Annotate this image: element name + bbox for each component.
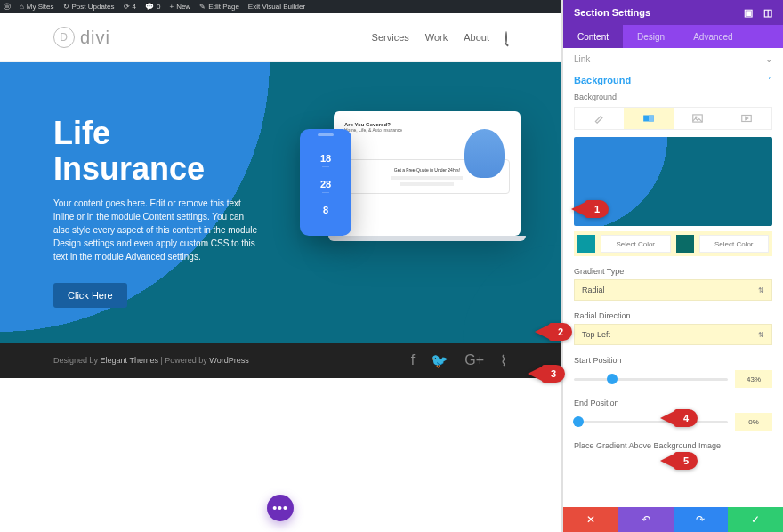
sync-icon: ⟳: [124, 3, 130, 11]
background-type-tabs: [574, 107, 772, 130]
site-logo[interactable]: D divi: [53, 27, 110, 48]
logo-text: divi: [80, 28, 110, 48]
wp-link[interactable]: WordPress: [209, 356, 248, 365]
background-label: Background: [574, 93, 772, 101]
refresh-icon: ↻: [63, 3, 69, 11]
place-above-label: Place Gradient Above Background Image: [574, 441, 772, 450]
phone-mockup: 18—— 28—— 8: [300, 129, 351, 236]
panel-header: Section Settings ▣ ◫: [563, 0, 783, 25]
comments-count[interactable]: 💬0: [145, 3, 160, 11]
svg-rect-1: [649, 116, 654, 122]
check-icon: ✓: [751, 513, 760, 526]
rss-icon[interactable]: ⌇: [500, 352, 507, 369]
bg-type-video[interactable]: [722, 108, 771, 129]
hero-image: 18—— 28—— 8 Are You Covered? Home, Life,…: [300, 111, 521, 236]
new-menu[interactable]: +New: [169, 3, 190, 11]
slider-thumb[interactable]: [573, 416, 584, 427]
select-arrows-icon: ⇅: [758, 331, 764, 339]
et-link[interactable]: Elegant Themes: [101, 356, 158, 365]
end-position-value[interactable]: 0%: [735, 413, 772, 431]
end-position-slider[interactable]: [574, 421, 728, 423]
exit-visual-builder[interactable]: Exit Visual Builder: [248, 3, 305, 11]
paint-icon: [593, 112, 606, 125]
expand-icon[interactable]: ▣: [744, 7, 753, 19]
redo-button[interactable]: ↷: [674, 507, 729, 532]
redo-icon: ↷: [696, 513, 705, 526]
page-preview: D divi Services Work About LifeInsurance…: [0, 13, 561, 532]
undo-icon: ↶: [642, 513, 650, 526]
comment-icon: 💬: [145, 3, 154, 11]
image-icon: [691, 112, 704, 125]
slider-thumb[interactable]: [607, 374, 618, 384]
laptop-mockup: Are You Covered? Home, Life, & Auto Insu…: [334, 111, 521, 236]
annotation-5: 5: [660, 452, 698, 470]
save-button[interactable]: ✓: [728, 507, 783, 532]
select-arrows-icon: ⇅: [758, 286, 764, 294]
updates-count[interactable]: ⟳4: [124, 3, 136, 11]
plus-icon: +: [169, 3, 174, 11]
my-sites-menu[interactable]: ⌂My Sites: [20, 3, 54, 11]
panel-tabs: Content Design Advanced: [563, 25, 783, 48]
annotation-2: 2: [535, 323, 572, 341]
end-position-label: End Position: [574, 399, 772, 407]
annotation-3: 3: [528, 365, 565, 383]
search-icon: [505, 31, 507, 44]
panel-title: Section Settings: [574, 7, 650, 18]
close-icon: ✕: [586, 513, 595, 526]
gradient-color-1[interactable]: [577, 235, 595, 253]
radial-direction-select[interactable]: Top Left⇅: [574, 324, 772, 345]
start-position-value[interactable]: 43%: [735, 370, 772, 388]
gradient-color-2[interactable]: [676, 235, 694, 253]
link-group[interactable]: Link⌄: [574, 48, 772, 69]
select-color-2-button[interactable]: Select Color: [699, 235, 770, 253]
nav-services[interactable]: Services: [372, 32, 409, 43]
gradient-type-select[interactable]: Radial⇅: [574, 279, 772, 301]
pencil-icon: ✎: [199, 3, 206, 11]
post-updates[interactable]: ↻Post Updates: [63, 3, 115, 11]
gradient-type-label: Gradient Type: [574, 267, 772, 276]
panel-footer-actions: ✕ ↶ ↷ ✓: [563, 507, 783, 532]
cancel-button[interactable]: ✕: [563, 507, 618, 532]
tab-advanced[interactable]: Advanced: [679, 25, 747, 48]
gradient-icon: [642, 112, 655, 125]
hero-section[interactable]: LifeInsurance Your content goes here. Ed…: [0, 62, 561, 343]
tab-design[interactable]: Design: [623, 25, 679, 48]
video-icon: [740, 112, 753, 125]
site-footer: Designed by Elegant Themes | Powered by …: [0, 343, 561, 378]
tab-content[interactable]: Content: [563, 25, 623, 48]
snap-icon[interactable]: ◫: [763, 7, 772, 19]
site-nav: Services Work About: [372, 32, 507, 43]
start-position-slider[interactable]: [574, 378, 728, 381]
nav-work[interactable]: Work: [425, 32, 448, 43]
divi-fab-button[interactable]: •••: [267, 495, 294, 521]
edit-page[interactable]: ✎Edit Page: [199, 3, 239, 11]
bg-type-gradient[interactable]: [624, 108, 673, 129]
wp-logo[interactable]: ⓦ: [4, 2, 11, 12]
site-header: D divi Services Work About: [0, 13, 561, 62]
bg-type-image[interactable]: [674, 108, 722, 129]
hero-desc: Your content goes here. Edit or remove t…: [53, 197, 258, 263]
footer-credit: Designed by Elegant Themes | Powered by …: [53, 356, 249, 365]
logo-mark: D: [53, 27, 75, 48]
nav-about[interactable]: About: [464, 32, 489, 43]
background-group[interactable]: Background ˄: [574, 75, 772, 85]
bg-type-color[interactable]: [575, 108, 624, 129]
undo-button[interactable]: ↶: [618, 507, 674, 532]
twitter-icon[interactable]: 🐦: [431, 352, 448, 369]
select-color-1-button[interactable]: Select Color: [601, 235, 671, 253]
chevron-down-icon: ⌄: [765, 54, 772, 64]
hero-cta-button[interactable]: Click Here: [53, 283, 127, 308]
annotation-1: 1: [571, 200, 609, 218]
gradient-color-swatches: Select Color Select Color: [574, 231, 772, 256]
chevron-up-icon: ˄: [768, 76, 772, 85]
panel-body: Link⌄ Background ˄ Background Select Col…: [563, 48, 783, 507]
start-position-label: Start Position: [574, 356, 772, 365]
nav-search[interactable]: [505, 32, 507, 43]
annotation-4: 4: [660, 409, 698, 427]
facebook-icon[interactable]: f: [411, 352, 415, 369]
google-plus-icon[interactable]: G+: [464, 352, 484, 369]
radial-direction-label: Radial Direction: [574, 311, 772, 320]
house-icon: ⌂: [20, 3, 24, 11]
